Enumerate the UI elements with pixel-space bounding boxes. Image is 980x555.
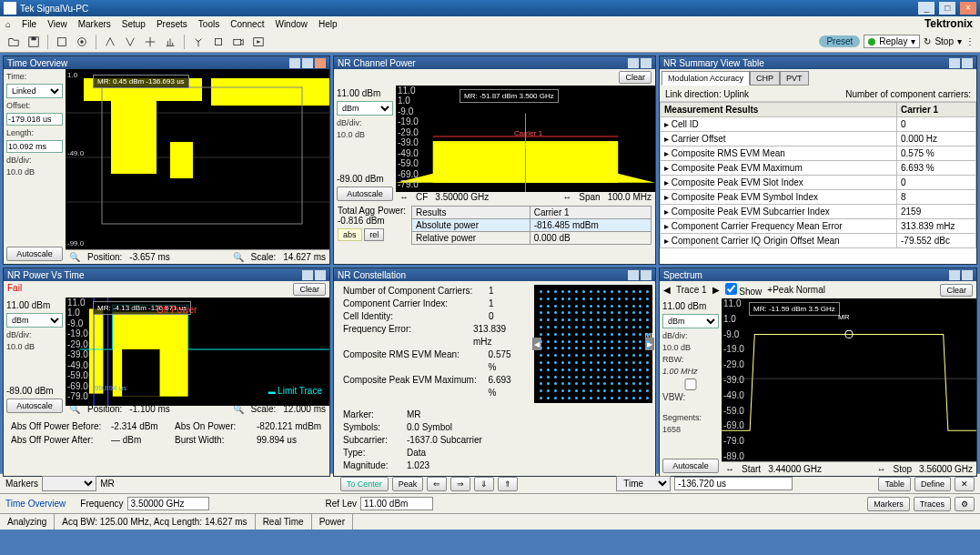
unit-select[interactable]: dBm xyxy=(337,101,393,116)
camera-icon[interactable] xyxy=(230,34,247,50)
table-row[interactable]: ▸ Component Carrier Frequency Mean Error… xyxy=(661,219,976,234)
zoom-icon[interactable]: ↔ xyxy=(876,464,885,474)
pane-max-icon[interactable] xyxy=(962,58,973,68)
antenna-icon[interactable] xyxy=(190,34,207,50)
close-x-button[interactable]: ✕ xyxy=(955,477,975,491)
pane-min-icon[interactable] xyxy=(302,270,313,280)
vbw-checkbox[interactable] xyxy=(662,378,719,390)
peak-down-button[interactable]: ⇓ xyxy=(474,477,494,491)
table-row[interactable]: ▸ Composite Peak EVM Slot Index0 xyxy=(661,176,976,190)
table-row[interactable]: ▸ Cell ID0 xyxy=(661,117,976,132)
open-icon[interactable] xyxy=(5,34,22,50)
time-overview-plot[interactable]: 1.0 -49.0 -99.0 MR: 0.45 dBm -136.693 us xyxy=(66,69,329,249)
close-button[interactable]: × xyxy=(960,2,976,15)
menu-help[interactable]: Help xyxy=(318,19,338,29)
length-input[interactable] xyxy=(6,140,63,153)
menu-setup[interactable]: Setup xyxy=(122,19,146,29)
marker-4-icon[interactable] xyxy=(162,34,178,50)
more-icon[interactable]: ⋮ xyxy=(965,36,975,46)
table-row[interactable]: ▸ Carrier Offset0.000 Hz xyxy=(661,132,976,146)
rel-button[interactable]: rel xyxy=(364,228,384,241)
config-icon[interactable] xyxy=(54,34,70,50)
time-input[interactable] xyxy=(674,477,793,490)
table-button[interactable]: Table xyxy=(878,477,911,491)
traces-button[interactable]: Traces xyxy=(914,497,951,511)
refresh-icon[interactable]: ↻ xyxy=(924,36,931,46)
top-dbm[interactable]: 11.00 dBm xyxy=(662,301,719,311)
gear-button[interactable]: ⚙ xyxy=(955,497,975,511)
define-button[interactable]: Define xyxy=(914,477,951,491)
offset-input[interactable] xyxy=(6,113,63,126)
marker-1-icon[interactable] xyxy=(102,34,118,50)
play-box-icon[interactable] xyxy=(250,34,267,50)
pane-min-icon[interactable] xyxy=(949,270,960,280)
replay-dropdown-icon[interactable]: ▾ xyxy=(911,36,915,46)
trace-next-icon[interactable]: ▶ xyxy=(712,285,720,295)
autoscale-button[interactable]: Autoscale xyxy=(337,187,393,201)
zoom-icon[interactable]: ↔ xyxy=(725,464,734,474)
home-icon[interactable]: ⌂ xyxy=(5,19,11,29)
menu-tools[interactable]: Tools xyxy=(198,19,219,29)
table-row[interactable]: ▸ Composite Peak EVM Maximum6.693 % xyxy=(661,161,976,176)
clear-button[interactable]: Clear xyxy=(619,71,652,84)
chp-top-dbm[interactable]: 11.00 dBm xyxy=(337,88,393,98)
menu-presets[interactable]: Presets xyxy=(157,19,187,29)
pane-min-icon[interactable] xyxy=(628,270,639,280)
menu-window[interactable]: Window xyxy=(275,19,308,29)
clear-button[interactable]: Clear xyxy=(940,284,973,297)
trace-prev-icon[interactable]: ◀ xyxy=(663,285,671,295)
table-row[interactable]: ▸ Composite Peak EVM Subcarrier Index215… xyxy=(661,205,976,219)
span-icon[interactable]: ↔ xyxy=(562,192,571,202)
tab-mod-accuracy[interactable]: Modulation Accuracy xyxy=(662,71,750,86)
pane-min-icon[interactable] xyxy=(628,58,639,68)
pvt-plot[interactable]: 11.01.0-9.0-19.0-29.0-39.0-49.0-59.0-69.… xyxy=(66,298,329,401)
freq-input[interactable] xyxy=(127,497,209,510)
peak-button[interactable]: Peak xyxy=(392,477,424,491)
menu-view[interactable]: View xyxy=(47,19,67,29)
stop-dropdown-icon[interactable]: ▾ xyxy=(957,36,962,46)
unit-select[interactable]: dBm xyxy=(6,313,63,328)
peak-up-button[interactable]: ⇑ xyxy=(498,477,518,491)
markers-select[interactable] xyxy=(42,476,96,491)
table-row[interactable]: ▸ Component Carrier IQ Origin Offset Mea… xyxy=(661,234,976,248)
tool-a-icon[interactable] xyxy=(210,34,227,50)
pane-max-icon[interactable] xyxy=(641,58,652,68)
markers-button[interactable]: Markers xyxy=(867,497,910,511)
pane-min-icon[interactable] xyxy=(289,58,300,68)
stop-button[interactable]: Stop xyxy=(935,36,954,46)
autoscale-button[interactable]: Autoscale xyxy=(6,399,63,413)
pane-min-icon[interactable] xyxy=(949,58,960,68)
replay-label[interactable]: Replay xyxy=(879,36,907,46)
zoom-in-icon[interactable]: 🔍 xyxy=(233,252,244,262)
show-checkbox[interactable] xyxy=(725,283,737,295)
to-center-button[interactable]: To Center xyxy=(340,477,389,491)
clear-button[interactable]: Clear xyxy=(293,283,326,296)
menu-connect[interactable]: Connect xyxy=(230,19,264,29)
maximize-button[interactable]: □ xyxy=(939,2,955,15)
gear-icon[interactable] xyxy=(74,34,90,50)
peak-left-button[interactable]: ⇐ xyxy=(427,477,447,491)
spectrum-plot[interactable]: 11.01.0-9.0-19.0-29.0-39.0-49.0-59.0-69.… xyxy=(722,298,976,461)
save-icon[interactable] xyxy=(25,34,42,50)
chp-plot[interactable]: 11.01.0-9.0-19.0-29.0-39.0-49.0-59.0-69.… xyxy=(396,86,655,189)
peak-right-button[interactable]: ⇒ xyxy=(450,477,470,491)
menu-markers[interactable]: Markers xyxy=(78,19,111,29)
constellation-plot[interactable]: ◀ ▶ MR xyxy=(534,285,652,403)
summary-table[interactable]: Measurement ResultsCarrier 1 ▸ Cell ID0▸… xyxy=(660,102,976,248)
preset-button[interactable]: Preset xyxy=(819,35,860,47)
zoom-out-icon[interactable]: 🔍 xyxy=(69,252,80,262)
time-select[interactable]: Time xyxy=(616,476,671,491)
tab-pvt[interactable]: PVT xyxy=(780,71,809,86)
menu-file[interactable]: File xyxy=(22,19,36,29)
pane-max-icon[interactable] xyxy=(315,270,326,280)
time-select[interactable]: Linked xyxy=(6,84,63,98)
table-row[interactable]: ▸ Composite Peak EVM Symbol Index8 xyxy=(661,190,976,205)
pane-max-icon[interactable] xyxy=(641,270,652,280)
pane-max-icon[interactable] xyxy=(302,58,313,68)
marker-2-icon[interactable] xyxy=(122,34,138,50)
ref-input[interactable] xyxy=(360,497,433,510)
pane-close-icon[interactable] xyxy=(315,58,326,68)
unit-select[interactable]: dBm xyxy=(662,314,719,328)
autoscale-button[interactable]: Autoscale xyxy=(6,247,63,261)
marker-3-icon[interactable] xyxy=(142,34,158,50)
